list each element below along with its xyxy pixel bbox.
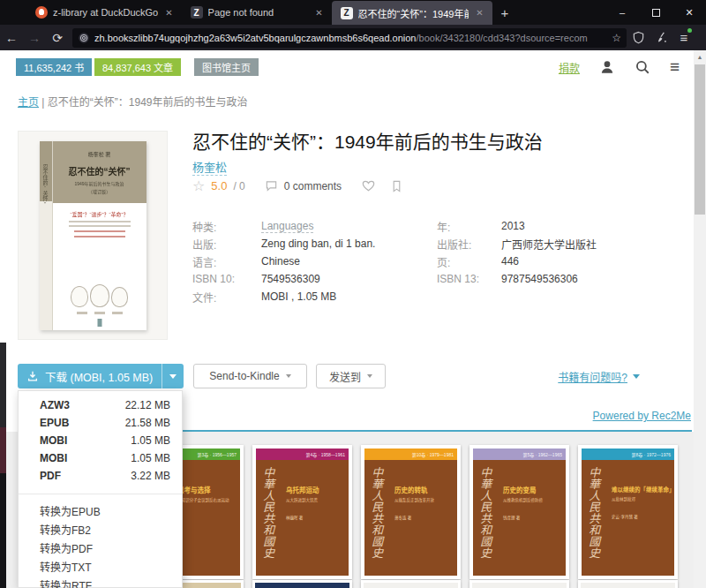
- book-details-right: 年:2013 出版社:广西师范大学出版社 页:446 ISBN 13:97875…: [437, 217, 684, 288]
- send-to-kindle-label: Send-to-Kindle: [209, 370, 279, 382]
- download-button[interactable]: 下载 (MOBI, 1.05 MB): [18, 364, 184, 388]
- format-name: MOBI: [40, 452, 131, 464]
- shield-icon[interactable]: [627, 31, 650, 44]
- menu-item-convert-pdf[interactable]: 转换为PDF: [19, 539, 182, 557]
- tab-close-icon[interactable]: ✕: [163, 8, 174, 18]
- tab-page-not-found[interactable]: Z Page not found ✕: [182, 0, 332, 25]
- publisher-logo: [97, 319, 101, 327]
- series-calligraphy: 中華人民共和國史: [588, 467, 599, 559]
- comments-count[interactable]: 0 comments: [284, 180, 342, 192]
- menu-item-format[interactable]: MOBI1.05 MB: [19, 432, 182, 449]
- cover-portrait-names: [53, 312, 146, 314]
- cover-text-line: [69, 221, 131, 222]
- articles-count-badge[interactable]: 84,837,643 文章: [94, 58, 181, 76]
- recommended-book-card[interactable]: 第10卷 · 1979—1981 中華人民共和國史 历史的转轨 从拨乱反正到改革…: [361, 445, 461, 579]
- breadcrumb-home-link[interactable]: 主页: [18, 96, 39, 109]
- category-link[interactable]: Languages: [261, 220, 313, 233]
- window-controls: – ✕: [605, 0, 706, 25]
- bookmark-icon[interactable]: [390, 179, 403, 193]
- menu-item-format[interactable]: MOBI1.05 MB: [19, 449, 182, 467]
- recommended-book-card[interactable]: [578, 580, 678, 588]
- cover-text-line: [69, 225, 131, 227]
- tab-title: 忍不住的“关怀”：1949年前后的: [358, 6, 469, 20]
- maximize-icon: [652, 9, 660, 17]
- site-menu-icon[interactable]: ≡: [670, 59, 680, 75]
- tab-book-page-active[interactable]: Z 忍不住的“关怀”：1949年前后的 ✕: [332, 1, 492, 25]
- page-scrollbar[interactable]: ▲: [694, 50, 706, 588]
- download-label: 下载 (MOBI, 1.05 MB): [45, 368, 153, 385]
- detail-label: 年:: [437, 219, 501, 234]
- detail-label: 文件:: [192, 290, 261, 305]
- tab-duckduckgo[interactable]: z-library at DuckDuckGo ✕: [26, 0, 182, 25]
- recommended-book-card[interactable]: 第8卷 · 1972—1976 中華人民共和國史 难以继续的「继续革命」 从批林…: [578, 445, 678, 579]
- scroll-up-arrow-icon[interactable]: ▲: [694, 50, 706, 63]
- breadcrumb-separator: |: [41, 96, 44, 109]
- series-calligraphy: 中華人民共和國史: [262, 467, 274, 559]
- recommended-title: 难以继续的「继续革命」: [612, 485, 671, 494]
- menu-item-convert-txt[interactable]: 转换为TXT: [19, 557, 182, 576]
- breadcrumb-current: 忍不住的“关怀”：1949年前后的书生与政治: [48, 96, 248, 109]
- detail-value: MOBI , 1.05 MB: [261, 290, 336, 303]
- recommended-title: 思考与选择: [177, 485, 237, 494]
- books-count-badge[interactable]: 11,635,242 书: [16, 58, 92, 76]
- browser-menu-icon[interactable]: ≡: [672, 30, 695, 45]
- detail-label: ISBN 10:: [192, 273, 261, 285]
- favorite-heart-icon[interactable]: [361, 178, 376, 193]
- detail-value: Chinese: [261, 255, 300, 268]
- send-to-button[interactable]: 发送到: [316, 364, 386, 388]
- detail-value: 广西师范大学出版社: [501, 237, 597, 252]
- menu-item-convert-epub[interactable]: 转换为EPUB: [19, 501, 182, 520]
- search-icon[interactable]: [635, 59, 650, 75]
- comments-icon[interactable]: [265, 179, 278, 192]
- minimize-button[interactable]: –: [605, 0, 639, 25]
- report-label: 书籍有问题吗?: [558, 369, 627, 384]
- recommended-subtitle: 从知识分子会议到反右派运动: [177, 497, 237, 502]
- recommended-book-card[interactable]: [361, 580, 461, 588]
- author-link[interactable]: 杨奎松: [192, 158, 227, 176]
- series-stripe-text: 第8卷 · 1972—1976: [632, 451, 671, 457]
- tab-title: Page not found: [208, 7, 309, 18]
- new-tab-button[interactable]: +: [492, 2, 518, 24]
- chevron-down-icon: [286, 374, 291, 378]
- tab-close-icon[interactable]: ✕: [313, 8, 324, 18]
- rating-star-icon[interactable]: ☆: [192, 177, 205, 194]
- book-cover-image[interactable]: 忍不住的“关怀” 杨奎松 著 忍不住的“关怀” 1949年前后的书生与政治 〔增…: [18, 131, 168, 340]
- donate-link[interactable]: 捐款: [559, 60, 580, 75]
- user-profile-icon[interactable]: [599, 59, 615, 75]
- library-home-badge[interactable]: 图书馆主页: [194, 58, 259, 76]
- header-actions: 捐款 ≡: [559, 59, 680, 75]
- format-size: 1.05 MB: [131, 452, 170, 464]
- forward-button[interactable]: →: [23, 31, 46, 45]
- recommended-book-card[interactable]: [252, 580, 352, 588]
- chevron-down-icon: [633, 374, 640, 379]
- bookmark-star-icon[interactable]: ☆: [612, 32, 621, 44]
- send-to-kindle-button[interactable]: Send-to-Kindle: [193, 364, 307, 388]
- maximize-button[interactable]: [639, 0, 672, 25]
- url-bar[interactable]: zh.bookszlibb74ugqojhzhg2a63w5i2atv5bqar…: [72, 28, 627, 48]
- zlibrary-page: 11,635,242 书 84,837,643 文章 图书馆主页 捐款 ≡ 主页…: [0, 50, 706, 588]
- rating-value: 5.0: [211, 179, 227, 192]
- back-button[interactable]: ←: [0, 31, 23, 45]
- new-identity-broom-icon[interactable]: [650, 31, 672, 44]
- reload-button[interactable]: ⟳: [46, 31, 69, 45]
- recommended-author: 林蕴晖 著: [286, 515, 345, 520]
- menu-item-format[interactable]: PDF3.22 MB: [19, 467, 182, 485]
- recommended-book-card[interactable]: [469, 580, 569, 588]
- detail-label: 出版社:: [437, 237, 501, 252]
- menu-item-format[interactable]: EPUB21.58 MB: [19, 414, 182, 432]
- powered-by-link[interactable]: Powered by Rec2Me: [593, 410, 691, 422]
- tab-close-icon[interactable]: ✕: [474, 8, 484, 18]
- recommended-book-card[interactable]: 第4卷 · 1958—1961 中華人民共和國史 乌托邦运动 从大跃进到大饥荒 …: [252, 445, 352, 579]
- download-icon: [26, 370, 39, 382]
- close-window-button[interactable]: ✕: [672, 0, 706, 25]
- report-book-problem-link[interactable]: 书籍有问题吗?: [558, 369, 640, 384]
- menu-item-convert-rtf[interactable]: 转换为RTF: [19, 576, 182, 588]
- detail-value: 7549536309: [261, 273, 320, 285]
- scrollbar-thumb[interactable]: [695, 64, 705, 215]
- menu-item-convert-fb2[interactable]: 转换为FB2: [19, 520, 182, 539]
- recommended-book-card[interactable]: 第5卷 · 1962—1965 中華人民共和國史 历史的变局 从挽救危机到反修防…: [469, 445, 569, 579]
- menu-item-format[interactable]: AZW322.12 MB: [19, 396, 182, 414]
- detail-label: 种类:: [192, 219, 261, 234]
- download-format-dropdown-toggle[interactable]: [161, 364, 184, 388]
- format-size: 3.22 MB: [131, 470, 170, 482]
